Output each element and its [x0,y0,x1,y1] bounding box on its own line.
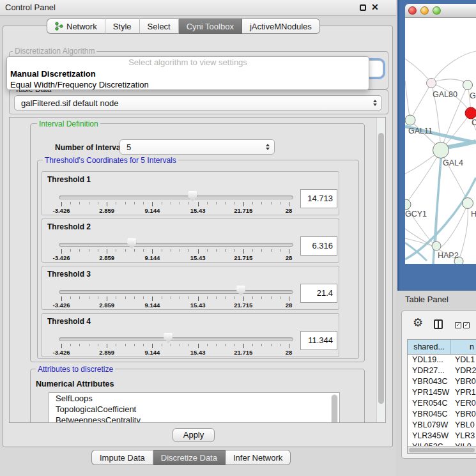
tick-mark [234,296,235,299]
top-tab-bar: NetworkStyleSelectCyni ToolboxjActiveMNo… [47,19,320,34]
tick-label: 21.715 [234,349,252,356]
table-horizontal-scrollbar[interactable] [408,446,476,453]
tick-label: 21.715 [234,254,252,261]
apply-button[interactable]: Apply [173,428,215,442]
tick-label: -3.426 [53,207,70,214]
network-node-c[interactable] [465,107,476,119]
app-root: Control Panel ✕ NetworkStyleSelectCyni T… [0,0,476,476]
attribute-list-item[interactable]: BetweennessCentrality [49,415,339,423]
table-row[interactable]: YLR345WYLR3 [408,431,476,441]
network-node-gcy1[interactable] [405,199,411,210]
slider-scale: -3.4262.8599.14415.4321.71528 [61,172,289,216]
network-window-titlebar [405,4,476,18]
tick-mark [289,202,289,206]
table-settings-gear-icon[interactable]: ⚙ [413,317,423,328]
tick-mark [61,249,62,254]
tick-mark [143,296,144,299]
threshold-value-field[interactable]: 11.344 [300,331,337,350]
column-layout-icon[interactable] [434,319,443,329]
tick-mark [171,202,171,204]
network-node-hap2[interactable] [432,242,441,250]
tab-network[interactable]: Network [47,19,105,34]
tab-label: Select [148,22,171,31]
table-data-combobox-value: galFiltered.sif default node [21,98,118,108]
tab-cyni-toolbox[interactable]: Cyni Toolbox [179,19,242,34]
network-node-g[interactable] [463,81,473,90]
threshold-value-field[interactable]: 21.4 [300,284,337,303]
attribute-list-item[interactable]: SelfLoops [49,393,339,404]
threshold-row-2: Threshold 2-3.4262.8599.14415.4321.71528… [42,219,339,263]
tick-mark [98,202,98,204]
tick-mark [261,249,262,252]
threshold-row-1: Threshold 1-3.4262.8599.14415.4321.71528… [42,171,339,215]
network-icon [55,22,63,31]
slider-thumb[interactable] [188,191,197,201]
combo-arrows-icon [266,144,270,150]
bottom-tab-impute-data[interactable]: Impute Data [91,450,153,465]
table-row[interactable]: YER054CYER0 [408,398,476,409]
threshold-value-field[interactable]: 14.713 [300,189,337,208]
network-node-gal11[interactable] [405,115,415,125]
tick-label: 28 [286,302,293,309]
tick-label: 21.715 [234,302,252,309]
tick-mark [134,344,135,346]
minimize-traffic-light-icon[interactable] [420,6,429,15]
table-row[interactable]: YBR045CYBR0 [408,409,476,420]
table-row[interactable]: YDL19...YDL1 [408,355,476,365]
tick-label: -3.426 [53,254,70,261]
table-row[interactable]: YBL079WYBL0 [408,420,476,431]
slider-thumb[interactable] [164,333,173,343]
discretization-algorithm-title: Discretization Algorithm [13,47,96,56]
column-header-shared-name[interactable]: shared... [408,340,451,354]
close-icon[interactable]: ✕ [371,2,379,12]
control-panel-titlebar: Control Panel ✕ [0,0,396,16]
tick-mark [125,249,126,252]
table-data-combobox[interactable]: galFiltered.sif default node [14,95,382,111]
tick-mark [116,249,116,252]
thresholds-group-title: Threshold's Coordinates for 5 Intervals [43,156,178,165]
maximize-traffic-light-icon[interactable] [433,6,441,15]
cell-shared-name: YBL079W [408,420,451,431]
tick-label: 9.144 [145,254,160,261]
popup-item-equal-width-frequency[interactable]: Equal Width/Frequency Discretization [7,79,369,90]
slider-thumb[interactable] [236,286,245,296]
settings-vertical-scrollbar[interactable] [376,118,385,422]
network-node-gal80[interactable] [427,79,436,88]
tick-mark [162,202,162,204]
tab-style[interactable]: Style [105,19,140,34]
tick-label: 2.859 [99,254,114,261]
tick-mark [188,344,189,346]
tick-mark [89,249,89,252]
column-header-name[interactable]: n [451,340,476,354]
number-of-intervals-combobox[interactable]: 5 [119,139,275,155]
tick-mark [89,202,89,204]
bottom-tab-discretize-data[interactable]: Discretize Data [153,450,226,465]
node-label: G [470,91,476,100]
attribute-list-item[interactable]: TopologicalCoefficient [49,404,339,415]
bottom-tab-bar: Impute DataDiscretize DataInfer Network [91,450,291,465]
table-row[interactable]: YBR043CYBR0 [408,376,476,387]
attributes-list-scrollbar[interactable] [331,394,338,423]
tab-jactivemnodules[interactable]: jActiveMNodules [242,19,320,34]
tab-select[interactable]: Select [140,19,179,34]
checkbox-icon[interactable]: ✓ [463,322,470,328]
node-label: HAP2 [438,251,459,260]
numerical-attributes-list[interactable]: SelfLoopsTopologicalCoefficientBetweenne… [49,392,340,423]
tick-mark [61,344,62,348]
table-row[interactable]: YDR27...YDR2 [408,365,476,376]
network-node-gal4[interactable] [433,142,449,158]
checkbox-icon[interactable]: ✓ [455,322,461,328]
popup-item-manual-discretization[interactable]: Manual Discretization [7,68,369,79]
float-window-icon[interactable] [360,4,366,11]
bottom-tab-infer-network[interactable]: Infer Network [226,450,291,465]
close-traffic-light-icon[interactable] [408,6,417,15]
tick-mark [79,344,80,346]
table-row[interactable]: YPR145WYPR1 [408,387,476,398]
tick-mark [70,249,71,252]
tick-mark [198,249,199,254]
threshold-value-field[interactable]: 6.316 [300,236,337,256]
network-canvas[interactable]: GAL80GCGAL11GAL4GCY1HHAP2 [405,18,476,264]
slider-thumb[interactable] [127,238,136,249]
table-header-row: shared... n [408,340,476,355]
network-node-h[interactable] [463,198,473,209]
